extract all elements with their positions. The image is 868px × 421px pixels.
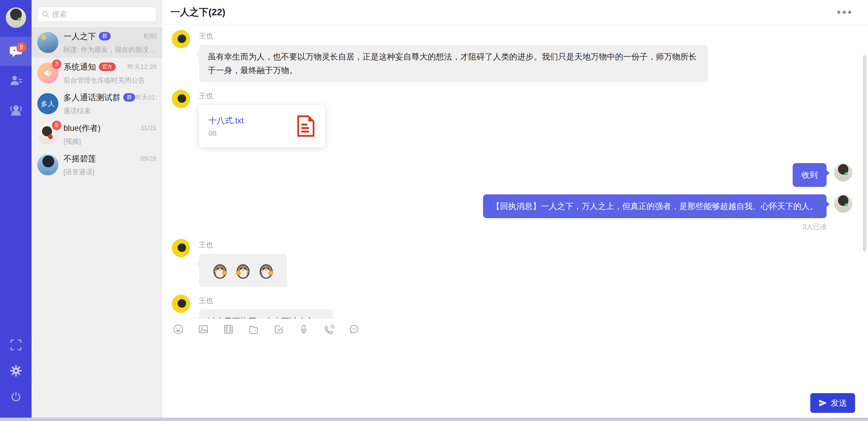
search-box[interactable] xyxy=(37,7,156,22)
microphone-icon xyxy=(298,323,310,335)
screenshot-button[interactable] xyxy=(273,323,284,335)
file-size: 0B xyxy=(208,129,244,137)
call-button[interactable] xyxy=(323,323,335,335)
conversation-time: 刚刚 xyxy=(144,32,156,41)
penguin-sticker-icon xyxy=(211,262,229,279)
message-bubble[interactable] xyxy=(199,254,287,287)
message-bubble[interactable]: 收到 xyxy=(793,163,827,187)
sender-avatar[interactable] xyxy=(172,90,190,108)
conversation-avatar xyxy=(37,32,58,53)
conversation-preview: 通话结束 xyxy=(63,106,156,116)
user-avatar[interactable] xyxy=(6,7,26,28)
conversation-preview: [语音通话] xyxy=(63,168,156,177)
file-attachment-card[interactable]: 十八式.txt 0B xyxy=(199,105,325,147)
composer-toolbar xyxy=(162,319,868,338)
sidebar: 8 xyxy=(0,0,32,421)
file-folder-button[interactable] xyxy=(248,323,259,335)
video-button[interactable] xyxy=(223,323,234,335)
conversation-item-body: 多人通话测试群 群 昨天01:29 通话结束 xyxy=(63,92,156,116)
conversation-item-yirenzhixia[interactable]: 一人之下 群 刚刚 阿莲: 作为朋友，现在的我没法... xyxy=(32,27,162,58)
emoji-button[interactable] xyxy=(172,323,184,335)
more-dots-icon xyxy=(837,10,852,14)
conversation-avatar: 多人 xyxy=(37,93,58,114)
power-icon xyxy=(10,390,22,403)
message-input[interactable] xyxy=(162,340,868,394)
conversation-avatar: 3 xyxy=(37,63,58,84)
sender-avatar[interactable] xyxy=(172,239,190,257)
conversation-item-multi-call-group[interactable]: 多人 多人通话测试群 群 昨天01:29 通话结束 xyxy=(32,88,162,119)
sidebar-footer xyxy=(0,332,32,409)
message-row: 王也 xyxy=(172,239,852,287)
composer: 发送 xyxy=(162,318,868,421)
video-icon xyxy=(223,323,234,335)
document-file-icon xyxy=(296,115,316,137)
conversation-item-buyaobilian[interactable]: 不摇碧莲 09/28 [语音通话] xyxy=(32,150,162,180)
conversation-title: 一人之下 xyxy=(63,31,96,42)
message-dots-icon xyxy=(348,323,360,335)
search-input[interactable] xyxy=(52,10,152,19)
conversation-time: 昨天01:29 xyxy=(135,93,156,102)
message-list[interactable]: 王也 虽有幸生而为人，也不要以万物灵长自居，正是这种妄自尊大的想法，才阻碍了人类… xyxy=(162,24,868,318)
conversation-title: 多人通话测试群 xyxy=(63,92,121,103)
conversation-item-blue-author[interactable]: 5 blue(作者) 11/21 [视频] xyxy=(32,119,162,150)
message-bubble[interactable]: 虽有幸生而为人，也不要以万物灵长自居，正是这种妄自尊大的想法，才阻碍了人类的进步… xyxy=(199,45,708,82)
sidebar-item-chats[interactable]: 8 xyxy=(0,37,32,66)
unread-count-badge: 3 xyxy=(52,59,61,69)
official-tag-badge: 官方 xyxy=(99,63,116,71)
group-tag-badge: 群 xyxy=(99,32,111,40)
chat-panel: 一人之下(22) 王也 虽有幸生而为人，也不要以万物灵长自居，正是这种妄自尊大的… xyxy=(162,0,868,421)
image-button[interactable] xyxy=(198,323,209,335)
conversation-title: blue(作者) xyxy=(63,123,100,134)
message-row: 王也 十八式.txt 0B xyxy=(172,90,852,147)
sender-avatar[interactable] xyxy=(172,30,190,48)
conversation-title: 不摇碧莲 xyxy=(63,153,96,164)
conversation-item-system-notice[interactable]: 3 系统通知 官方 昨天12:39 后台管理仓库临时关闭公告 xyxy=(32,58,162,88)
chat-header: 一人之下(22) xyxy=(162,0,868,24)
gear-icon xyxy=(9,364,23,378)
send-button[interactable]: 发送 xyxy=(810,393,855,413)
send-button-label: 发送 xyxy=(831,398,847,408)
file-name[interactable]: 十八式.txt xyxy=(208,115,244,126)
folder-icon xyxy=(248,323,259,335)
search-icon xyxy=(42,11,49,18)
power-button[interactable] xyxy=(0,384,32,409)
conversation-preview: 阿莲: 作为朋友，现在的我没法... xyxy=(63,45,156,54)
conversation-title: 系统通知 xyxy=(63,62,96,72)
self-avatar[interactable] xyxy=(834,163,852,181)
more-options-button[interactable] xyxy=(835,8,854,16)
conversation-preview: 后台管理仓库临时关闭公告 xyxy=(63,76,156,85)
self-avatar[interactable] xyxy=(834,194,852,213)
penguin-sticker-icon xyxy=(257,262,275,279)
conversation-item-body: blue(作者) 11/21 [视频] xyxy=(63,123,156,146)
unread-total-badge: 8 xyxy=(16,42,26,52)
horizontal-scrollbar[interactable] xyxy=(0,418,868,421)
contacts-icon xyxy=(9,73,23,88)
conversation-item-body: 不摇碧莲 09/28 [语音通话] xyxy=(63,153,156,177)
read-status: 3人已读 xyxy=(802,222,827,231)
speaker-icon xyxy=(42,67,54,79)
vertical-scrollbar[interactable] xyxy=(863,55,866,251)
paper-plane-icon xyxy=(818,399,827,407)
conversation-list: 一人之下 群 刚刚 阿莲: 作为朋友，现在的我没法... 3 xyxy=(32,27,162,180)
fullscreen-button[interactable] xyxy=(0,332,32,358)
emoji-icon xyxy=(172,323,184,335)
settings-button[interactable] xyxy=(0,358,32,384)
message-row: 王也 虽有幸生而为人，也不要以万物灵长自居，正是这种妄自尊大的想法，才阻碍了人类… xyxy=(172,30,852,82)
sender-name: 王也 xyxy=(199,240,287,250)
conversation-time: 11/21 xyxy=(141,124,156,132)
image-icon xyxy=(198,323,209,335)
sender-avatar[interactable] xyxy=(172,295,190,313)
app-window: 8 xyxy=(0,0,868,421)
conversation-list-panel: 一人之下 群 刚刚 阿莲: 作为朋友，现在的我没法... 3 xyxy=(32,0,162,421)
sidebar-item-groups[interactable] xyxy=(0,95,32,124)
sender-name: 王也 xyxy=(199,296,333,305)
phone-icon xyxy=(323,323,335,335)
message-row: 王也 过去无可挽回，未来可以改变 。 xyxy=(172,295,852,318)
message-bubble[interactable]: 【回执消息】一人之下，万人之上，但真正的强者，是那些能够超越自我、心怀天下的人。 xyxy=(483,194,827,218)
chat-history-button[interactable] xyxy=(348,323,360,335)
message-bubble[interactable]: 过去无可挽回，未来可以改变 。 xyxy=(199,310,333,318)
conversation-item-body: 系统通知 官方 昨天12:39 后台管理仓库临时关闭公告 xyxy=(63,62,156,85)
voice-button[interactable] xyxy=(298,323,310,335)
sender-name: 王也 xyxy=(199,31,708,41)
sidebar-item-contacts[interactable] xyxy=(0,66,32,95)
